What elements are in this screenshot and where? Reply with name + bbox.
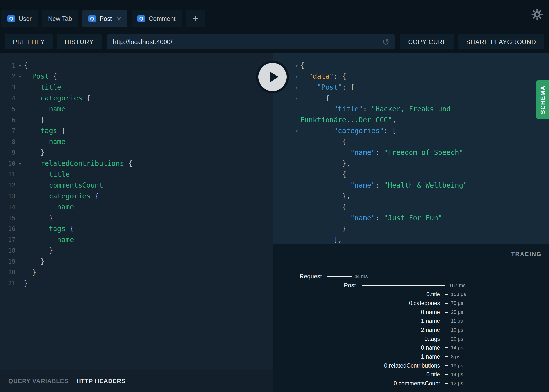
tracing-time: 20 μs: [451, 334, 463, 343]
tracing-row: 1.name8 μs: [273, 352, 549, 361]
query-code-line[interactable]: 15 }: [0, 213, 273, 223]
code-text: name: [24, 202, 74, 213]
fold-arrow-icon[interactable]: ▾: [16, 71, 23, 82]
duration-bar: [445, 347, 448, 348]
execute-query-button[interactable]: [256, 61, 289, 93]
query-code-line[interactable]: 3 title: [0, 82, 273, 93]
schema-tab-label: SCHEMA: [539, 85, 546, 114]
response-line: "name": "Freedom of Speech": [273, 147, 549, 158]
response-text: "categories": [: [300, 125, 518, 136]
tab-new-tab[interactable]: New Tab: [42, 10, 78, 27]
response-line: {: [273, 202, 549, 213]
close-icon[interactable]: ×: [117, 15, 121, 22]
tracing-row: 0.relatedContributions19 μs: [273, 361, 549, 370]
tracing-panel: TRACING Request44 msPost167 ms0.title153…: [273, 244, 549, 392]
query-code-line[interactable]: 14 name: [0, 202, 273, 213]
query-code-line[interactable]: 6 }: [0, 115, 273, 125]
prettify-button[interactable]: PRETTIFY: [5, 34, 53, 49]
endpoint-url-input[interactable]: [107, 34, 395, 49]
line-number: 15: [0, 213, 15, 223]
schema-tab[interactable]: SCHEMA: [536, 80, 549, 119]
query-variables-tab[interactable]: QUERY VARIABLES: [8, 378, 69, 385]
query-code-line[interactable]: 12 commentsCount: [0, 180, 273, 191]
fold-arrow-icon[interactable]: ▾: [293, 93, 300, 104]
tab-user[interactable]: Q User: [1, 10, 38, 27]
query-editor-pane: 1▾{2▾ Post {3 title4 categories {5 name6…: [0, 53, 273, 392]
play-circle: [258, 63, 287, 91]
fold-arrow-icon[interactable]: ▾: [293, 60, 300, 71]
query-code-line[interactable]: 7 tags {: [0, 125, 273, 136]
query-code-line[interactable]: 1▾{: [0, 60, 273, 71]
query-editor-lines[interactable]: 1▾{2▾ Post {3 title4 categories {5 name6…: [0, 53, 273, 370]
fold-arrow-icon[interactable]: ▾: [16, 60, 23, 71]
fold-arrow-icon[interactable]: ▾: [293, 125, 300, 136]
query-code-line[interactable]: 9 }: [0, 147, 273, 158]
query-code-line[interactable]: 16 tags {: [0, 223, 273, 234]
fold-arrow-icon[interactable]: ▾: [293, 82, 300, 93]
tracing-label: Request: [273, 272, 322, 281]
query-code-line[interactable]: 11 title: [0, 169, 273, 180]
response-text: {: [300, 202, 518, 213]
response-line: }: [273, 223, 549, 234]
query-code-line[interactable]: 5 name: [0, 104, 273, 115]
line-number: 20: [0, 267, 15, 278]
line-number: 1: [0, 60, 15, 71]
response-text: "name": "Freedom of Speech": [300, 147, 518, 158]
fold-arrow-icon[interactable]: ▾: [16, 158, 23, 169]
duration-bar: [445, 356, 448, 357]
editor-footer: QUERY VARIABLES HTTP HEADERS: [0, 370, 273, 392]
add-tab-button[interactable]: +: [186, 10, 205, 27]
response-line: ▾ "Post": [: [273, 82, 549, 93]
tracing-rows: Request44 msPost167 ms0.title153 μs0.cat…: [273, 272, 549, 388]
http-headers-tab[interactable]: HTTP HEADERS: [77, 378, 126, 385]
share-playground-button[interactable]: SHARE PLAYGROUND: [458, 34, 544, 49]
query-code-line[interactable]: 2▾ Post {: [0, 71, 273, 82]
duration-bar: [445, 383, 448, 384]
tracing-label: Post: [273, 281, 356, 290]
query-code-line[interactable]: 4 categories {: [0, 93, 273, 104]
query-code-line[interactable]: 20 }: [0, 267, 273, 278]
query-code-line[interactable]: 8 name: [0, 136, 273, 147]
tracing-label: 2.name: [273, 325, 440, 334]
query-code-line[interactable]: 21}: [0, 278, 273, 289]
duration-bar: [445, 312, 448, 313]
tracing-label: 0.commentsCount: [273, 379, 440, 388]
query-code-line[interactable]: 19 }: [0, 256, 273, 267]
response-line: },: [273, 158, 549, 169]
graphql-playground: Q User New Tab Q Post × Q Comment +: [0, 0, 549, 392]
query-code-line[interactable]: 10▾ relatedContributions {: [0, 158, 273, 169]
reload-icon[interactable]: ↺: [382, 37, 390, 47]
line-number: 6: [0, 115, 15, 125]
settings-gear-icon[interactable]: [531, 8, 543, 20]
code-text: categories {: [24, 93, 91, 104]
query-code-line[interactable]: 13 categories {: [0, 191, 273, 202]
tab-post[interactable]: Q Post ×: [82, 10, 127, 27]
tab-comment[interactable]: Q Comment: [132, 10, 181, 27]
duration-bar: [445, 339, 448, 339]
line-number: 14: [0, 202, 15, 213]
tracing-row: 2.name10 μs: [273, 325, 549, 334]
tracing-time: 14 μs: [451, 370, 463, 379]
tracing-time: 25 μs: [451, 308, 463, 317]
query-badge: Q: [88, 15, 96, 22]
duration-bar: [327, 276, 352, 277]
response-text: {: [300, 169, 518, 180]
main-area: 1▾{2▾ Post {3 title4 categories {5 name6…: [0, 53, 549, 392]
duration-bar: [445, 365, 448, 366]
tracing-row: 0.title14 μs: [273, 370, 549, 379]
query-badge: Q: [7, 15, 15, 22]
query-code-line[interactable]: 17 name: [0, 234, 273, 245]
tracing-title: TRACING: [511, 251, 542, 258]
line-number: 9: [0, 147, 15, 158]
line-number: 7: [0, 125, 15, 136]
response-text: },: [300, 191, 518, 202]
tracing-time: 10 μs: [451, 325, 463, 334]
line-number: 18: [0, 245, 15, 256]
response-line: },: [273, 191, 549, 202]
history-button[interactable]: HISTORY: [57, 34, 102, 49]
query-code-line[interactable]: 18 }: [0, 245, 273, 256]
fold-arrow-icon[interactable]: ▾: [293, 71, 300, 82]
copy-curl-button[interactable]: COPY CURL: [400, 34, 454, 49]
code-text: relatedContributions {: [24, 158, 132, 169]
line-number: 5: [0, 104, 15, 115]
